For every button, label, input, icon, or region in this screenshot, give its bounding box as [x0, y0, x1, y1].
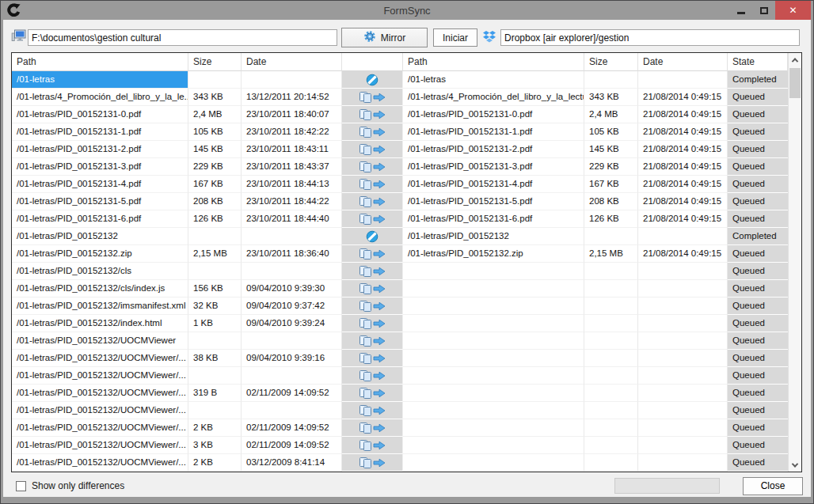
column-header-state[interactable]: State	[728, 53, 788, 71]
table-row[interactable]: /01-letras/PID_00152132/UOCMViewer/...2 …	[12, 419, 801, 437]
column-header-right-path[interactable]: Path	[403, 53, 584, 71]
state-cell: Queued	[728, 193, 788, 210]
left-size-cell: 105 KB	[188, 123, 242, 141]
source-path-input[interactable]	[28, 29, 337, 46]
minimize-button[interactable]	[729, 1, 752, 20]
table-row[interactable]: /01-letras/PID_00152131-5.pdf208 KB23/10…	[12, 193, 801, 210]
table-row[interactable]: /01-letras/PID_00152132/clsQueued	[12, 263, 801, 280]
vertical-scrollbar[interactable]	[788, 53, 801, 472]
toolbar: Mirror Iniciar	[3, 26, 811, 48]
right-size-cell	[584, 454, 638, 472]
right-date-cell	[638, 315, 728, 332]
right-size-cell	[584, 437, 638, 454]
table-row[interactable]: /01-letras/PID_00152131-3.pdf229 KB23/10…	[12, 158, 801, 176]
column-header-left-path[interactable]: Path	[12, 53, 188, 71]
blocked-icon	[366, 74, 378, 86]
table-row[interactable]: /01-letras/PID_00152132/UOCMViewer/...38…	[12, 350, 801, 367]
table-header: Path Size Date Path Size Date State	[12, 53, 801, 71]
right-date-cell	[638, 350, 728, 367]
table-row[interactable]: /01-letras/01-letrasCompleted	[12, 71, 801, 89]
left-size-cell	[188, 367, 242, 385]
computer-icon	[11, 29, 26, 46]
column-header-left-size[interactable]: Size	[188, 53, 242, 71]
left-size-cell: 208 KB	[188, 193, 242, 210]
left-size-cell: 32 KB	[188, 297, 242, 315]
scroll-up-button[interactable]	[789, 53, 801, 66]
copy-right-icon	[359, 126, 386, 138]
show-only-differences-checkbox[interactable]	[16, 481, 26, 491]
right-path-cell	[403, 350, 584, 367]
table-row[interactable]: /01-letras/PID_00152132/UOCMViewer/...Qu…	[12, 367, 801, 385]
left-size-cell: 167 KB	[188, 176, 242, 193]
column-header-right-date[interactable]: Date	[638, 53, 728, 71]
state-cell: Queued	[728, 454, 788, 472]
sync-action-cell	[342, 210, 403, 228]
mirror-button[interactable]: Mirror	[341, 28, 428, 47]
right-date-cell: 21/08/2014 0:49:15	[638, 193, 728, 210]
right-size-cell	[584, 332, 638, 350]
right-date-cell: 21/08/2014 0:49:15	[638, 176, 728, 193]
right-path-cell: /01-letras/PID_00152131-2.pdf	[403, 141, 584, 158]
copy-right-icon	[359, 335, 386, 347]
sync-action-cell	[342, 106, 403, 123]
table-row[interactable]: /01-letras/PID_00152131-4.pdf167 KB23/10…	[12, 176, 801, 193]
state-cell: Queued	[728, 158, 788, 176]
right-size-cell	[584, 228, 638, 245]
close-icon: ✕	[789, 5, 797, 16]
scrollbar-thumb[interactable]	[789, 68, 801, 98]
sync-action-cell	[342, 89, 403, 106]
right-path-cell	[403, 385, 584, 402]
table-row[interactable]: /01-letras/PID_00152132/UOCMViewer/...3 …	[12, 437, 801, 454]
copy-right-icon	[359, 213, 386, 225]
right-path-cell: /01-letras/PID_00152131-4.pdf	[403, 176, 584, 193]
right-path-cell: /01-letras/PID_00152131-0.pdf	[403, 106, 584, 123]
copy-right-icon	[359, 300, 386, 313]
table-row[interactable]: /01-letras/PID_00152132/UOCMViewerQueued	[12, 332, 801, 350]
table-row[interactable]: /01-letras/PID_00152132/01-letras/PID_00…	[12, 228, 801, 245]
copy-right-icon	[359, 439, 386, 452]
table-row[interactable]: /01-letras/PID_00152131-0.pdf2,4 MB23/10…	[12, 106, 801, 123]
right-date-cell	[638, 332, 728, 350]
close-button[interactable]: Close	[743, 477, 803, 495]
state-cell: Queued	[728, 367, 788, 385]
left-date-cell: 02/11/2009 14:09:52	[242, 385, 342, 402]
table-row[interactable]: /01-letras/PID_00152132/UOCMViewer/...Qu…	[12, 402, 801, 419]
right-date-cell: 21/08/2014 0:49:15	[638, 141, 728, 158]
copy-right-icon	[359, 457, 386, 469]
left-date-cell: 23/10/2011 18:40:07	[242, 106, 342, 123]
left-size-cell	[188, 71, 242, 89]
right-path-cell	[403, 332, 584, 350]
table-row[interactable]: /01-letras/PID_00152132/index.html1 KB09…	[12, 315, 801, 332]
maximize-button[interactable]	[752, 1, 775, 20]
table-row[interactable]: /01-letras/PID_00152132.zip2,15 MB23/10/…	[12, 245, 801, 263]
left-size-cell: 156 KB	[188, 280, 242, 297]
left-path-cell: /01-letras/PID_00152132/index.html	[12, 315, 188, 332]
column-header-left-date[interactable]: Date	[242, 53, 342, 71]
table-row[interactable]: /01-letras/PID_00152132/cls/index.js156 …	[12, 280, 801, 297]
left-path-cell: /01-letras/PID_00152132/UOCMViewer/...	[12, 402, 188, 419]
table-row[interactable]: /01-letras/PID_00152132/imsmanifest.xml3…	[12, 297, 801, 315]
left-path-cell: /01-letras/PID_00152131-0.pdf	[12, 106, 188, 123]
right-size-cell	[584, 315, 638, 332]
minimize-icon	[737, 12, 745, 14]
scroll-down-button[interactable]	[789, 458, 801, 472]
column-header-right-size[interactable]: Size	[584, 53, 638, 71]
left-date-cell	[242, 367, 342, 385]
right-date-cell	[638, 419, 728, 437]
state-cell: Queued	[728, 263, 788, 280]
state-cell: Queued	[728, 315, 788, 332]
table-row[interactable]: /01-letras/PID_00152132/UOCMViewer/...31…	[12, 385, 801, 402]
title-bar[interactable]: FormSync ✕	[1, 1, 813, 20]
table-row[interactable]: /01-letras/PID_00152132/UOCMViewer/...2 …	[12, 454, 801, 472]
left-date-cell: 09/04/2010 9:39:16	[242, 350, 342, 367]
right-size-cell: 105 KB	[584, 123, 638, 141]
start-button[interactable]: Iniciar	[433, 28, 477, 47]
destination-path-input[interactable]	[500, 29, 800, 46]
left-date-cell: 09/04/2010 9:37:42	[242, 297, 342, 315]
close-window-button[interactable]: ✕	[775, 1, 811, 20]
left-size-cell: 126 KB	[188, 210, 242, 228]
table-row[interactable]: /01-letras/4_Promoción_del_libro_y_la_le…	[12, 89, 801, 106]
table-row[interactable]: /01-letras/PID_00152131-6.pdf126 KB23/10…	[12, 210, 801, 228]
table-row[interactable]: /01-letras/PID_00152131-2.pdf145 KB23/10…	[12, 141, 801, 158]
table-row[interactable]: /01-letras/PID_00152131-1.pdf105 KB23/10…	[12, 123, 801, 141]
